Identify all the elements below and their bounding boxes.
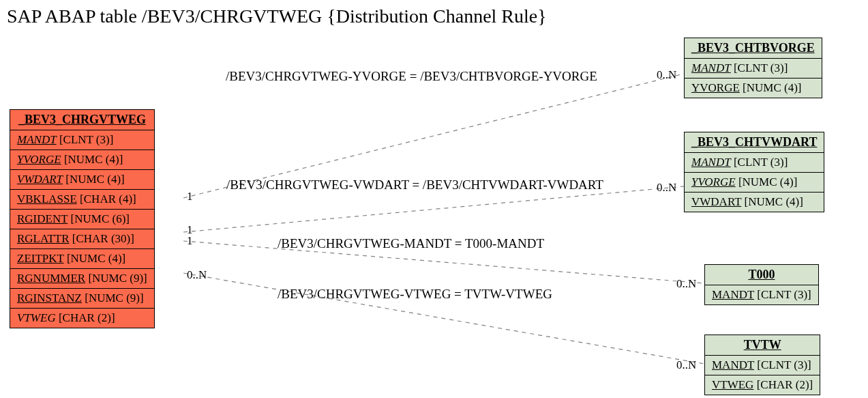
cardinality-left-r1: 1 bbox=[187, 190, 193, 203]
relation-label-mandt: /BEV3/CHRGVTWEG-MANDT = T000-MANDT bbox=[278, 236, 544, 251]
cardinality-right-r1: 0..N bbox=[657, 68, 676, 82]
table-field: MANDT [CLNT (3)] bbox=[685, 153, 824, 173]
relation-label-vtweg: /BEV3/CHRGVTWEG-VTWEG = TVTW-VTWEG bbox=[278, 287, 552, 302]
table-header: _BEV3_CHRGVTWEG bbox=[10, 110, 155, 130]
table-field: VWDART [NUMC (4)] bbox=[685, 193, 824, 212]
table-header: TVTW bbox=[705, 335, 820, 356]
table-field: MANDT [CLNT (3)] bbox=[685, 59, 822, 79]
cardinality-left-r4: 0..N bbox=[187, 268, 207, 282]
svg-line-1 bbox=[183, 186, 684, 232]
table-field: RGINSTANZ [NUMC (9)] bbox=[10, 289, 155, 309]
table-field: YVORGE [NUMC (4)] bbox=[685, 79, 822, 98]
table-field: YVORGE [NUMC (4)] bbox=[10, 150, 155, 170]
page-title: SAP ABAP table /BEV3/CHRGVTWEG {Distribu… bbox=[7, 5, 547, 27]
relation-label-yvorge: /BEV3/CHRGVTWEG-YVORGE = /BEV3/CHTBVORGE… bbox=[226, 69, 597, 84]
table-t000: T000 MANDT [CLNT (3)] bbox=[704, 264, 819, 305]
table-field: RGIDENT [NUMC (6)] bbox=[10, 210, 155, 229]
table-header: T000 bbox=[705, 265, 819, 285]
table-field: MANDT [CLNT (3)] bbox=[10, 130, 155, 150]
cardinality-right-r4: 0..N bbox=[676, 358, 696, 372]
cardinality-right-r2: 0..N bbox=[657, 181, 676, 195]
table-field: MANDT [CLNT (3)] bbox=[705, 285, 819, 305]
table-field: RGLATTR [CHAR (30)] bbox=[10, 229, 155, 249]
table-field: ZEITPKT [NUMC (4)] bbox=[10, 249, 155, 269]
table-field: VBKLASSE [CHAR (4)] bbox=[10, 190, 155, 210]
table-field: RGNUMMER [NUMC (9)] bbox=[10, 269, 155, 289]
table-header: _BEV3_CHTVWDART bbox=[685, 132, 824, 153]
table-tvtw: TVTW MANDT [CLNT (3)]VTWEG [CHAR (2)] bbox=[704, 335, 820, 395]
table-field: YVORGE [NUMC (4)] bbox=[685, 173, 824, 193]
table-header: _BEV3_CHTBVORGE bbox=[685, 38, 822, 59]
table-field: VTWEG [CHAR (2)] bbox=[705, 375, 820, 395]
relation-label-vwdart: /BEV3/CHRGVTWEG-VWDART = /BEV3/CHTVWDART… bbox=[226, 177, 603, 193]
table-field: VTWEG [CHAR (2)] bbox=[10, 309, 155, 328]
table-field: MANDT [CLNT (3)] bbox=[705, 356, 820, 375]
table-bev3-chtvwdart: _BEV3_CHTVWDART MANDT [CLNT (3)]YVORGE [… bbox=[684, 132, 824, 212]
table-bev3-chrgvtweg: _BEV3_CHRGVTWEG MANDT [CLNT (3)]YVORGE [… bbox=[10, 109, 155, 328]
table-field: VWDART [NUMC (4)] bbox=[10, 170, 155, 190]
cardinality-right-r3: 0..N bbox=[676, 277, 696, 291]
cardinality-left-r3: 1 bbox=[187, 234, 193, 248]
table-bev3-chtbvorge: _BEV3_CHTBVORGE MANDT [CLNT (3)]YVORGE [… bbox=[684, 38, 822, 98]
